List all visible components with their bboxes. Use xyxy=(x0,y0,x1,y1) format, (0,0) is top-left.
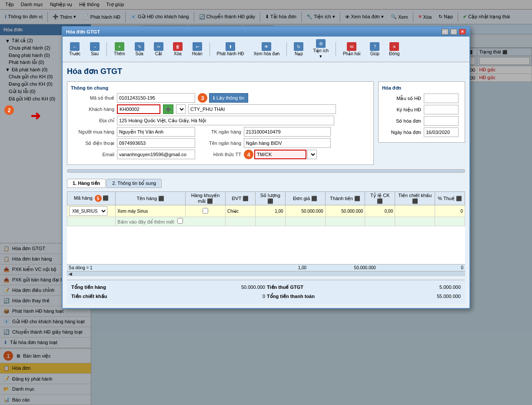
utility2-icon: ⚙ xyxy=(316,39,326,48)
product-table: Mã hàng 5 ⬛ Tên hàng ⬛ Hàng khuyến mãi ⬛… xyxy=(67,191,465,226)
edit-icon: ✎ xyxy=(135,42,144,51)
sohd-input[interactable] xyxy=(424,116,459,126)
inner-tab-thongtinbosung[interactable]: 2. Thông tin bổ sung xyxy=(106,179,162,188)
sort-thue[interactable]: ⬛ xyxy=(456,196,462,201)
modal-sau-btn[interactable]: → Sau xyxy=(86,41,103,57)
sort-tck[interactable]: ⬛ xyxy=(412,198,418,204)
cut-icon: ✂ xyxy=(154,42,163,51)
hangkm-checkbox[interactable] xyxy=(203,208,208,214)
laythongtin-button[interactable]: ℹ Lấy thông tin xyxy=(209,93,248,103)
diachi-input[interactable] xyxy=(117,116,334,125)
modal-sep1 xyxy=(106,42,107,56)
hinhthuctt-input[interactable] xyxy=(254,150,306,159)
inner-tabs: 1. Hàng tiền 2. Thông tin bổ sung xyxy=(67,179,465,188)
product-row[interactable]: XM_SURIUS Xem máy Sirius Chiếc 1,00 50.0… xyxy=(67,205,465,217)
col-dvt: ĐVT ⬛ xyxy=(225,192,255,205)
scroll-indicator[interactable] xyxy=(67,169,465,173)
modal-nap-btn[interactable]: ↻ Nạp xyxy=(290,41,307,57)
modal-body: Hóa đơn GTGT Thông tin chung Mã số thuế … xyxy=(63,62,469,308)
next-icon: → xyxy=(90,42,100,51)
step4-circle: 4 xyxy=(244,150,253,159)
modal-footer: Tổng tiền hàng 50.000.000 Tiền thuế GTGT… xyxy=(67,280,465,304)
modal-xoa-btn[interactable]: 🗑 Xóa xyxy=(169,41,186,57)
summary-area: Số dòng = 1 1,00 50.000.000 0 xyxy=(67,264,465,271)
modal-xemHD-btn[interactable]: 👁 Xem hóa đơn xyxy=(249,41,283,57)
sort-tyleck[interactable]: ⬛ xyxy=(377,198,383,204)
info2-icon: ℹ xyxy=(213,95,215,101)
ngayhd-row: Ngày hóa đơn xyxy=(382,127,461,137)
modal-sua-btn[interactable]: ✎ Sửa xyxy=(131,41,148,57)
horizontal-scroll[interactable]: ◀ xyxy=(67,271,465,276)
sort-tt[interactable]: ⬛ xyxy=(354,196,360,201)
tknganhang-label: TK ngân hàng xyxy=(198,129,241,134)
modal-phanhoi-btn[interactable]: ✉ Phản hồi xyxy=(339,41,364,57)
kyhieuhd-row: Ký hiệu HĐ xyxy=(382,105,461,114)
product-table-wrapper: Mã hàng 5 ⬛ Tên hàng ⬛ Hàng khuyến mãi ⬛… xyxy=(67,191,465,264)
modal-tienich-btn[interactable]: ⚙ Tiện ích ▾ xyxy=(309,38,332,60)
modal-dong-btn[interactable]: ✕ Đóng xyxy=(385,41,403,57)
hinhthuctt-label: Hình thức TT xyxy=(198,152,241,157)
sort-dvt[interactable]: ⬛ xyxy=(243,196,249,201)
tienck-value: 0 xyxy=(222,294,265,299)
mahang-select[interactable]: XM_SURIUS xyxy=(69,206,107,216)
sodienthoai-input[interactable] xyxy=(117,138,195,148)
email-row: Email Hình thức TT 4 ▾ xyxy=(71,150,370,159)
mausohd-input[interactable] xyxy=(424,94,459,103)
tong-tien-hang-row: Tổng tiền hàng 50.000.000 xyxy=(71,284,265,291)
col-tenhang: Tên hàng ⬛ xyxy=(116,192,186,205)
diachi-label: Địa chỉ xyxy=(71,118,114,124)
mausohd-label: Mẫu số HĐ xyxy=(382,96,421,101)
close-button[interactable]: ✕ xyxy=(459,29,466,35)
email-label: Email xyxy=(71,152,114,157)
col-tienck: Tiền chiết khấu ⬛ xyxy=(395,192,435,205)
issue2-icon: ⬆ xyxy=(226,42,235,51)
masothue-input[interactable] xyxy=(117,93,195,103)
tongtien-value: 50.000.000 xyxy=(222,285,265,290)
view2-icon: 👁 xyxy=(262,42,271,51)
sort-tenhang[interactable]: ⬛ xyxy=(158,196,164,201)
add2-icon: + xyxy=(115,42,124,51)
modal-giup-btn[interactable]: ? Giúp xyxy=(366,41,383,57)
modal-hoan-btn[interactable]: ↩ Hoàn xyxy=(188,41,206,57)
section-title: Thông tin chung xyxy=(71,85,370,90)
modal-truoc-btn[interactable]: ← Trước xyxy=(65,41,84,57)
nguoimua-label: Người mua hàng xyxy=(71,129,114,135)
sort-hangkm[interactable]: ⬛ xyxy=(207,198,213,204)
col-dongia: Đơn giá ⬛ xyxy=(285,192,325,205)
modal-cat-btn[interactable]: ✂ Cắt xyxy=(150,41,167,57)
ngayhd-input[interactable] xyxy=(424,127,459,137)
hinhthuctt-dropdown[interactable]: ▾ xyxy=(307,150,317,159)
step2-circle: 2 xyxy=(4,105,14,115)
kh-dropdown[interactable]: ▾ xyxy=(176,104,186,114)
khachhang-input[interactable] xyxy=(117,104,160,114)
khachhang-label: Khách hàng xyxy=(71,107,114,112)
tienck-label: Tiền chiết khấu xyxy=(71,294,107,299)
sohd-label: Số hóa đơn xyxy=(382,118,421,124)
add-kh-button[interactable]: ➕ xyxy=(163,104,173,114)
sodong-label: Số dòng = 1 xyxy=(69,265,121,270)
modal-sep4 xyxy=(336,42,336,56)
kyhieuhd-input[interactable] xyxy=(424,105,459,114)
khachhang-name-input[interactable] xyxy=(188,104,336,114)
modal-phathanhHD-btn[interactable]: ⬆ Phát hành HĐ xyxy=(213,41,248,57)
sort-sl[interactable]: ⬛ xyxy=(267,198,273,204)
add-product-row[interactable]: Bấm vào đây để thêm mới xyxy=(67,217,465,226)
email-input[interactable] xyxy=(117,150,195,159)
col-thue: % Thuế ⬛ xyxy=(435,192,465,205)
modal-controls: − □ ✕ xyxy=(442,29,466,35)
nguoimua-input[interactable] xyxy=(117,127,195,137)
modal-them-btn[interactable]: + Thêm xyxy=(110,41,129,57)
scroll-label: ◀ xyxy=(69,271,72,276)
addrow-checkbox[interactable] xyxy=(177,218,183,224)
sort-mahang[interactable]: ⬛ xyxy=(103,195,109,201)
modal-hoadongtgt: Hóa đơn GTGT − □ ✕ ← Trước → Sau + Thêm xyxy=(62,26,470,309)
sort-dg[interactable]: ⬛ xyxy=(311,196,317,201)
tknganhang-input[interactable] xyxy=(244,127,331,137)
inner-tab-hangtien[interactable]: 1. Hàng tiền xyxy=(67,179,106,188)
maximize-button[interactable]: □ xyxy=(450,29,457,35)
col-tyleck: Tỷ lệ CK ⬛ xyxy=(365,192,395,205)
prev-icon: ← xyxy=(70,42,80,51)
tennganhang-input[interactable] xyxy=(244,138,331,148)
arrow-indicator: ➜ xyxy=(30,109,40,123)
minimize-button[interactable]: − xyxy=(442,29,449,35)
